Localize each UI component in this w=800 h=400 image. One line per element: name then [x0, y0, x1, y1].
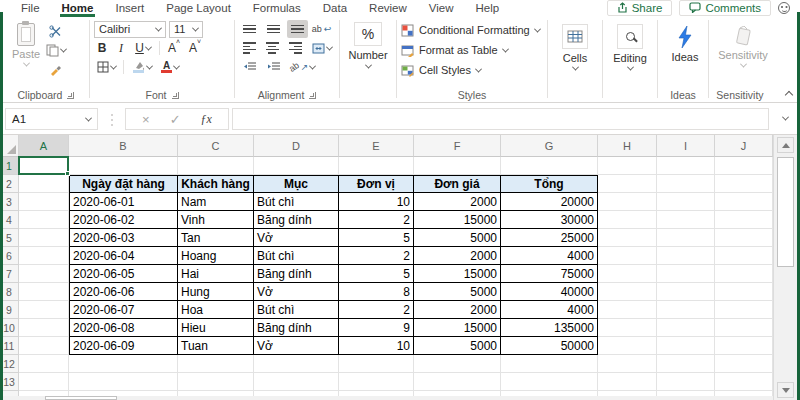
comments-button[interactable]: Comments — [679, 0, 771, 16]
cell-F11[interactable]: 5000 — [414, 337, 501, 355]
insert-function-icon[interactable]: ƒx — [201, 112, 212, 127]
column-header-G[interactable]: G — [501, 135, 598, 157]
cell-A1[interactable] — [19, 157, 69, 175]
cell-I2[interactable] — [657, 175, 715, 193]
format-painter-button[interactable] — [45, 60, 66, 78]
cell-B9[interactable]: 2020-06-07 — [69, 301, 178, 319]
cell-A8[interactable] — [19, 283, 69, 301]
cell-E5[interactable]: 5 — [339, 229, 414, 247]
cell-G3[interactable]: 20000 — [501, 193, 598, 211]
cell-E12[interactable] — [339, 355, 414, 373]
paste-button[interactable]: Paste — [7, 20, 45, 78]
cell-I1[interactable] — [657, 157, 715, 175]
cell-D12[interactable] — [254, 355, 339, 373]
cell-E2[interactable]: Đơn vị — [339, 175, 414, 193]
cell-styles-button[interactable]: Cell Styles — [401, 62, 543, 78]
cell-H13[interactable] — [598, 373, 657, 391]
cell-H7[interactable] — [598, 265, 657, 283]
underline-button[interactable]: U — [132, 39, 154, 57]
cell-C10[interactable]: Hieu — [178, 319, 254, 337]
bottom-align-button[interactable] — [287, 20, 308, 38]
cell-E7[interactable]: 5 — [339, 265, 414, 283]
cell-B4[interactable]: 2020-06-02 — [69, 211, 178, 229]
cell-I8[interactable] — [657, 283, 715, 301]
tab-view[interactable]: View — [418, 2, 465, 17]
cell-C6[interactable]: Hoang — [178, 247, 254, 265]
cell-D8[interactable]: Vở — [254, 283, 339, 301]
horizontal-scrollbar-thumb[interactable] — [45, 396, 117, 400]
format-as-table-button[interactable]: Format as Table — [401, 42, 543, 58]
cell-E9[interactable]: 2 — [339, 301, 414, 319]
tab-review[interactable]: Review — [358, 2, 418, 17]
column-header-B[interactable]: B — [69, 135, 178, 157]
cell-I9[interactable] — [657, 301, 715, 319]
column-header-A[interactable]: A — [19, 135, 69, 157]
top-align-button[interactable] — [239, 20, 260, 38]
column-header-E[interactable]: E — [339, 135, 414, 157]
cell-J2[interactable] — [715, 175, 773, 193]
cell-C5[interactable]: Tan — [178, 229, 254, 247]
cell-I10[interactable] — [657, 319, 715, 337]
cell-F5[interactable]: 5000 — [414, 229, 501, 247]
middle-align-button[interactable] — [263, 20, 284, 38]
cell-A6[interactable] — [19, 247, 69, 265]
cell-I11[interactable] — [657, 337, 715, 355]
align-left-button[interactable] — [239, 39, 259, 57]
cell-D11[interactable]: Vở — [254, 337, 339, 355]
expand-formula-bar-icon[interactable] — [782, 114, 789, 121]
cell-J11[interactable] — [715, 337, 773, 355]
feedback-smiley-icon[interactable] — [778, 2, 790, 14]
cell-E6[interactable]: 2 — [339, 247, 414, 265]
cell-H1[interactable] — [598, 157, 657, 175]
enter-icon[interactable]: ✓ — [170, 112, 181, 127]
wrap-text-button[interactable]: ab↩ — [311, 20, 332, 38]
cell-E10[interactable]: 9 — [339, 319, 414, 337]
font-dialog-launcher[interactable] — [172, 92, 179, 99]
cell-E13[interactable] — [339, 373, 414, 391]
cell-A7[interactable] — [19, 265, 69, 283]
cell-D9[interactable]: Bút chì — [254, 301, 339, 319]
cell-I3[interactable] — [657, 193, 715, 211]
bold-button[interactable]: B — [94, 39, 110, 57]
cell-A9[interactable] — [19, 301, 69, 319]
sensitivity-button[interactable]: Sensitivity — [713, 20, 773, 68]
column-header-F[interactable]: F — [414, 135, 501, 157]
cell-G13[interactable] — [501, 373, 598, 391]
cell-H11[interactable] — [598, 337, 657, 355]
cell-D7[interactable]: Băng dính — [254, 265, 339, 283]
cell-F6[interactable]: 2000 — [414, 247, 501, 265]
cell-B3[interactable]: 2020-06-01 — [69, 193, 178, 211]
cell-D13[interactable] — [254, 373, 339, 391]
font-size-combobox[interactable]: 11 — [169, 21, 203, 38]
cell-F13[interactable] — [414, 373, 501, 391]
tab-formulas[interactable]: Formulas — [242, 2, 312, 17]
ideas-button[interactable]: Ideas — [662, 20, 708, 63]
cell-C7[interactable]: Hai — [178, 265, 254, 283]
cell-I7[interactable] — [657, 265, 715, 283]
cell-B8[interactable]: 2020-06-06 — [69, 283, 178, 301]
increase-indent-button[interactable] — [263, 58, 284, 76]
cell-G2[interactable]: Tổng — [501, 175, 598, 193]
cell-B5[interactable]: 2020-06-03 — [69, 229, 178, 247]
cell-H5[interactable] — [598, 229, 657, 247]
cell-F12[interactable] — [414, 355, 501, 373]
cell-E3[interactable]: 10 — [339, 193, 414, 211]
cell-B13[interactable] — [69, 373, 178, 391]
tab-data[interactable]: Data — [312, 2, 358, 17]
borders-button[interactable] — [94, 58, 118, 76]
cell-H10[interactable] — [598, 319, 657, 337]
column-header-C[interactable]: C — [178, 135, 254, 157]
cell-J6[interactable] — [715, 247, 773, 265]
cell-A2[interactable] — [19, 175, 69, 193]
tab-file[interactable]: File — [10, 2, 51, 17]
italic-button[interactable]: I — [113, 39, 129, 57]
conditional-formatting-button[interactable]: Conditional Formatting — [401, 22, 543, 38]
clipboard-dialog-launcher[interactable] — [67, 92, 74, 99]
cell-F1[interactable] — [414, 157, 501, 175]
cell-A13[interactable] — [19, 373, 69, 391]
vertical-scrollbar[interactable] — [773, 135, 797, 400]
cell-H4[interactable] — [598, 211, 657, 229]
cell-J12[interactable] — [715, 355, 773, 373]
column-header-H[interactable]: H — [598, 135, 657, 157]
merge-center-button[interactable] — [308, 39, 335, 57]
